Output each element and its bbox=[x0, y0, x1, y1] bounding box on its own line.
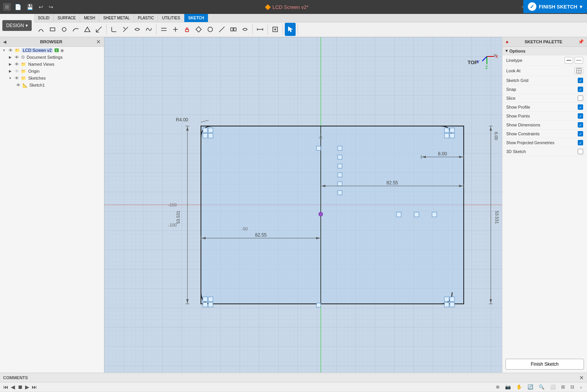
finish-sketch-panel-button[interactable]: Finish Sketch bbox=[505, 359, 584, 370]
tool-triangle[interactable] bbox=[82, 23, 93, 36]
bottom-pan-icon[interactable]: ✋ bbox=[515, 383, 524, 390]
bottom-zoom-icon[interactable]: 🔍 bbox=[537, 383, 546, 390]
tool-insert[interactable] bbox=[270, 23, 281, 36]
snap-checkbox[interactable] bbox=[578, 87, 583, 92]
svg-rect-58 bbox=[414, 212, 419, 217]
3d-sketch-label: 3D Sketch bbox=[506, 149, 526, 154]
finish-check-circle: ✓ bbox=[528, 2, 536, 11]
tool-curvature[interactable] bbox=[240, 23, 250, 36]
redo-button[interactable]: ↪ bbox=[47, 3, 55, 11]
app-grid-icon[interactable]: ⊞ bbox=[3, 3, 11, 11]
filter-icon[interactable]: ⬦ bbox=[578, 383, 584, 390]
tool-select[interactable] bbox=[285, 23, 296, 36]
sketch1-icon: 📐 bbox=[22, 83, 28, 88]
tool-symmetry[interactable] bbox=[228, 23, 239, 36]
tool-extend[interactable] bbox=[132, 23, 143, 36]
tool-circle2[interactable] bbox=[205, 23, 216, 36]
tool-parallel[interactable] bbox=[158, 23, 169, 36]
root-collapse-icon: ▾ bbox=[2, 48, 6, 53]
save-button[interactable]: 💾 bbox=[25, 3, 35, 11]
show-dimensions-checkbox[interactable] bbox=[578, 122, 583, 128]
panel-pin-icon[interactable]: 📌 bbox=[578, 39, 584, 44]
linetype-icons[interactable] bbox=[565, 57, 583, 64]
tool-tangent[interactable] bbox=[216, 23, 227, 36]
app-title: 🔶LCD Screen v2* bbox=[57, 4, 517, 10]
playback-first-icon[interactable]: ⏮ bbox=[3, 384, 9, 390]
show-points-label: Show Points bbox=[506, 114, 530, 118]
option-snap: Snap bbox=[502, 85, 587, 94]
eye-icon-root: 👁 bbox=[8, 48, 13, 53]
panel-minus-icon[interactable]: ● bbox=[505, 39, 509, 45]
browser-item-sketches[interactable]: ▾ 👁 📁 Sketches bbox=[0, 75, 104, 82]
tool-circle[interactable] bbox=[59, 23, 70, 36]
option-show-profile: Show Profile bbox=[502, 103, 587, 112]
tool-perpendicular[interactable] bbox=[170, 23, 181, 36]
tab-sheet-metal[interactable]: SHEET METAL bbox=[99, 14, 134, 22]
browser-collapse-icon[interactable]: ◀ bbox=[3, 39, 6, 44]
svg-rect-12 bbox=[185, 29, 189, 32]
canvas-area[interactable]: R4.00 53.531 53.531 6.00 8.00 bbox=[104, 37, 502, 373]
3d-sketch-checkbox[interactable] bbox=[578, 149, 583, 154]
toolbar: DESIGN ▾ SOLID SURFACE MESH SHEET METAL … bbox=[0, 14, 587, 37]
svg-rect-38 bbox=[450, 133, 454, 138]
tool-rectangle[interactable] bbox=[47, 23, 58, 36]
comments-bar: COMMENTS ✕ bbox=[0, 373, 587, 382]
tool-line[interactable] bbox=[94, 23, 104, 36]
tool-trim[interactable] bbox=[120, 23, 131, 36]
comments-close-icon[interactable]: ✕ bbox=[579, 375, 584, 381]
bottom-view-icon[interactable]: ⊟ bbox=[569, 383, 576, 390]
browser-item-origin[interactable]: ▶ 👁 📁 Origin bbox=[0, 68, 104, 75]
playback-stop-icon[interactable]: ⏹ bbox=[17, 384, 23, 390]
doc-settings-expand: ▶ bbox=[8, 55, 12, 60]
svg-rect-51 bbox=[338, 173, 342, 177]
finish-sketch-toolbar-button[interactable]: ✓ FINISH SKETCH ▾ bbox=[523, 0, 587, 13]
show-projected-checkbox[interactable] bbox=[578, 140, 583, 145]
tab-utilities[interactable]: UTILITIES bbox=[158, 14, 184, 22]
browser-item-doc-settings[interactable]: ▶ 👁 ⚙ Document Settings bbox=[0, 54, 104, 61]
design-dropdown[interactable]: DESIGN ▾ bbox=[2, 20, 32, 31]
undo-button[interactable]: ↩ bbox=[37, 3, 45, 11]
look-at-button[interactable] bbox=[575, 67, 583, 74]
bottom-origin-icon[interactable]: ⊕ bbox=[494, 383, 501, 390]
options-section-title: ▾ Options bbox=[502, 47, 587, 55]
eye-icon-doc: 👁 bbox=[14, 55, 19, 60]
slice-label: Slice bbox=[506, 96, 516, 101]
show-points-checkbox[interactable] bbox=[578, 113, 583, 119]
playback-prev-icon[interactable]: ◀ bbox=[11, 384, 15, 390]
playback-next-icon[interactable]: ⏭ bbox=[32, 384, 37, 390]
browser-item-root[interactable]: ▾ 👁 📁 LCD Screen v2 1 ◉ bbox=[0, 47, 104, 54]
tab-mesh[interactable]: MESH bbox=[80, 14, 99, 22]
tool-spline[interactable] bbox=[143, 23, 154, 36]
folder-icon-sketches: 📁 bbox=[21, 76, 26, 81]
bottom-orbit-icon[interactable]: 🔄 bbox=[526, 383, 535, 390]
linetype-dashed-icon[interactable] bbox=[575, 57, 583, 64]
tab-solid[interactable]: SOLID bbox=[34, 14, 54, 22]
tool-arc[interactable] bbox=[36, 23, 46, 36]
show-constraints-checkbox[interactable] bbox=[578, 131, 583, 136]
snap-label: Snap bbox=[506, 87, 516, 92]
browser-item-sketch1[interactable]: 👁 📐 Sketch1 bbox=[0, 82, 104, 89]
browser-title: BROWSER bbox=[40, 39, 62, 44]
tool-lock[interactable] bbox=[182, 23, 192, 36]
axis-neg150: -150 bbox=[168, 203, 177, 207]
tool-measure[interactable] bbox=[255, 23, 265, 36]
browser-item-named-views[interactable]: ▶ 👁 📁 Named Views bbox=[0, 61, 104, 68]
tool-equal[interactable] bbox=[193, 23, 204, 36]
bottom-grid-icon[interactable]: ⊞ bbox=[560, 383, 567, 390]
file-menu[interactable]: 📄 bbox=[13, 3, 23, 11]
tab-plastic[interactable]: PLASTIC bbox=[134, 14, 158, 22]
bottom-camera-icon[interactable]: 📷 bbox=[504, 383, 512, 390]
main-area: ◀ BROWSER ✕ ▾ 👁 📁 LCD Screen v2 1 ◉ ▶ 👁 … bbox=[0, 37, 587, 373]
playback-play-icon[interactable]: ▶ bbox=[25, 384, 29, 390]
design-chevron: ▾ bbox=[26, 23, 28, 28]
slice-checkbox[interactable] bbox=[578, 95, 583, 101]
show-profile-checkbox[interactable] bbox=[578, 104, 583, 110]
tab-sketch[interactable]: SKETCH bbox=[184, 14, 208, 22]
bottom-display-icon[interactable]: ⬜ bbox=[548, 383, 557, 390]
tool-arc2[interactable] bbox=[70, 23, 81, 36]
linetype-solid-icon[interactable] bbox=[565, 57, 573, 64]
sketch-grid-checkbox[interactable] bbox=[578, 78, 583, 83]
tool-fillet[interactable] bbox=[109, 23, 119, 36]
browser-close-icon[interactable]: ✕ bbox=[96, 39, 101, 45]
tab-surface[interactable]: SURFACE bbox=[54, 14, 80, 22]
